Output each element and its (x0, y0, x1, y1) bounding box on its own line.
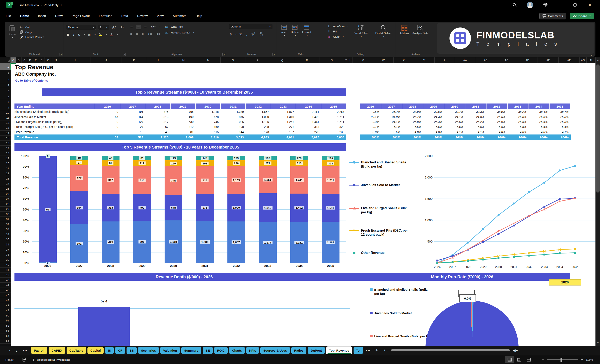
paste-button[interactable]: Paste ▾ (7, 24, 18, 39)
accounting-format-icon[interactable]: $ (229, 32, 233, 36)
menu-formulas[interactable]: Formulas (95, 12, 116, 20)
horizontal-scrollbar[interactable] (391, 349, 510, 351)
analyze-data-button[interactable]: Analyze Data (411, 24, 430, 36)
row-header-31[interactable]: 31 (0, 217, 11, 222)
toc-link[interactable]: Go to Table of Contents (15, 79, 48, 82)
number-dialog-launcher[interactable]: ↘ (272, 53, 275, 56)
menu-help[interactable]: Help (192, 12, 206, 20)
tabs-next-icon[interactable]: › (14, 348, 20, 353)
align-right-icon[interactable]: ≡ (141, 32, 144, 36)
column-header-I[interactable]: I (60, 57, 91, 63)
row-header-28[interactable]: 28 (0, 201, 11, 207)
column-header-AA[interactable]: AA (455, 57, 475, 63)
row-header-24[interactable]: 24 (0, 181, 11, 186)
row-header-13[interactable]: 13 (0, 125, 11, 131)
page-break-view-icon[interactable] (524, 356, 534, 363)
column-header-M[interactable]: M (171, 57, 196, 63)
row-header-53[interactable]: 53 (0, 328, 11, 333)
minimize-button[interactable]: — (557, 2, 563, 8)
column-header-T[interactable]: T (344, 57, 348, 63)
column-header-V[interactable]: V (353, 57, 373, 63)
orientation-icon[interactable]: ab⤴ (150, 25, 157, 29)
tabs-prev-icon[interactable]: ‹ (7, 348, 13, 353)
column-header-L[interactable]: L (146, 57, 171, 63)
column-header-Q[interactable]: Q (270, 57, 295, 63)
row-header-37[interactable]: 37 (0, 247, 11, 252)
row-header-27[interactable]: 27 (0, 196, 11, 202)
align-middle-icon[interactable]: ☰ (136, 25, 141, 29)
find-select-button[interactable]: Find & Select ▾ (373, 24, 394, 39)
accessibility-status[interactable]: Accessibility: Investigate (32, 358, 70, 362)
sheet-tab-capital[interactable]: Capital (87, 347, 103, 354)
font-name-combo[interactable]: Tahoma▾ (66, 25, 96, 30)
column-header-AG[interactable]: AG (580, 57, 587, 63)
row-header-19[interactable]: 19 (0, 156, 11, 161)
insert-dropdown-icon[interactable]: ▾ (284, 35, 285, 36)
tabs-more-icon[interactable]: ••• (21, 349, 29, 352)
tab-list-icon[interactable]: ••• (365, 349, 372, 352)
row-header-7[interactable]: 7 (0, 99, 11, 105)
select-all-corner[interactable] (0, 57, 10, 63)
column-header-U[interactable]: U (348, 57, 353, 63)
font-color-icon[interactable]: A (109, 32, 114, 37)
row-header-48[interactable]: 48 (0, 303, 11, 308)
accounting-dropdown-icon[interactable]: ▾ (235, 33, 236, 35)
column-header-AI[interactable]: AI (587, 57, 595, 63)
row-headers[interactable]: 1234567910111213141516171819202122232425… (0, 63, 11, 346)
bold-button[interactable]: B (66, 33, 70, 37)
delete-dropdown-icon[interactable]: ▾ (295, 35, 296, 36)
column-header-X[interactable]: X (394, 57, 414, 63)
row-header-39[interactable]: 39 (0, 257, 11, 262)
sheet-tab-is[interactable]: IS (105, 347, 114, 354)
merge-center-dropdown-icon[interactable]: ▾ (193, 31, 194, 34)
scroll-up-icon[interactable]: ▲ (596, 57, 600, 63)
read-only-badge[interactable]: Read-Only (44, 3, 58, 7)
number-format-combo[interactable]: General▾ (229, 24, 272, 29)
row-header-45[interactable]: 45 (0, 288, 11, 293)
column-headers[interactable]: ABCDEFGHIJKLMNOPQRSTUVWXYZAAABACADAEAFAG… (0, 57, 595, 63)
borders-dropdown-icon[interactable]: ▾ (94, 34, 95, 36)
borders-icon[interactable]: ⊞ (87, 33, 92, 37)
column-header-AE[interactable]: AE (538, 57, 559, 63)
sheet-tab-dupont[interactable]: DuPont (308, 347, 325, 354)
row-header-49[interactable]: 49 (0, 308, 11, 313)
clear-button[interactable]: ◇ Clear ▾ (327, 35, 348, 38)
fill-dropdown-icon[interactable]: ▾ (339, 30, 340, 32)
addins-button[interactable]: Add-ins (398, 24, 411, 36)
orientation-dropdown-icon[interactable]: ▾ (159, 26, 160, 28)
sheet-tab-valuation[interactable]: Valuation (160, 347, 180, 354)
column-header-Z[interactable]: Z (435, 57, 455, 63)
decrease-indent-icon[interactable]: ⇤≡ (147, 32, 153, 36)
row-header-15[interactable]: 15 (0, 136, 11, 141)
row-header-23[interactable]: 23 (0, 176, 11, 181)
sort-filter-dropdown-icon[interactable]: ▾ (361, 36, 362, 38)
column-header-AB[interactable]: AB (475, 57, 496, 63)
align-top-icon[interactable]: ☰ (129, 25, 134, 29)
sheet-tab-summary[interactable]: Summary (181, 347, 201, 354)
row-header-10[interactable]: 10 (0, 110, 11, 116)
wrap-text-button[interactable]: ab Wrap Text (164, 25, 194, 28)
sheet-tab-cf[interactable]: CF (115, 347, 125, 354)
row-header-22[interactable]: 22 (0, 171, 11, 176)
column-header-G[interactable]: G (45, 57, 52, 63)
row-header-43[interactable]: 43 (0, 278, 11, 283)
column-header-H[interactable]: H (52, 57, 60, 63)
row-header-35[interactable]: 35 (0, 237, 11, 242)
copy-dropdown-icon[interactable]: ▾ (35, 31, 36, 33)
row-header-1[interactable]: 1 (0, 63, 11, 70)
format-painter-button[interactable]: Format Painter (19, 35, 44, 39)
menu-insert[interactable]: Insert (35, 12, 49, 20)
font-size-combo[interactable]: 8▾ (98, 25, 109, 30)
row-header-3[interactable]: 3 (0, 77, 11, 83)
column-header-O[interactable]: O (221, 57, 245, 63)
clear-dropdown-icon[interactable]: ▾ (343, 36, 344, 38)
row-header-29[interactable]: 29 (0, 207, 11, 212)
sheet-tab-sources-uses[interactable]: Sources & Uses (260, 347, 290, 354)
row-header-32[interactable]: 32 (0, 222, 11, 227)
column-header-D[interactable]: D (27, 57, 33, 63)
increase-decimal-icon[interactable]: ←.0.00 (250, 32, 256, 37)
row-header-47[interactable]: 47 (0, 298, 11, 303)
column-header-J[interactable]: J (91, 57, 122, 63)
italic-button[interactable]: I (72, 33, 75, 37)
sheet-tab-capex[interactable]: CAPEX (49, 347, 65, 354)
